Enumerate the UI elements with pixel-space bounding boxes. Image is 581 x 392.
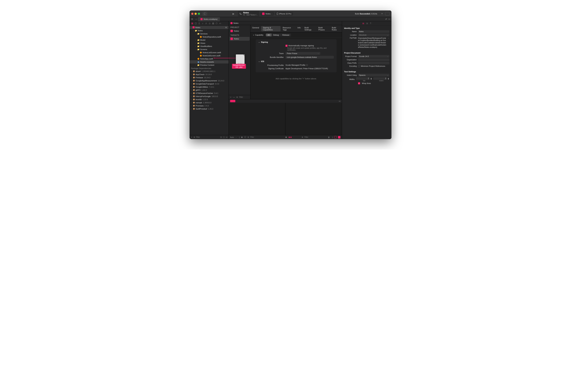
team-select[interactable]: Peter Friese⌄ bbox=[286, 52, 320, 55]
prefix-input[interactable] bbox=[358, 62, 389, 64]
disclosure-icon[interactable]: ⌄ bbox=[258, 41, 260, 43]
project-item[interactable]: Notes bbox=[229, 29, 250, 33]
minimize-checkbox[interactable] bbox=[358, 65, 360, 67]
package-item[interactable]: ›📦GoogleDataTransport9.4.0 bbox=[190, 82, 228, 85]
view-icon[interactable]: ◉ bbox=[241, 136, 243, 138]
tree-item[interactable]: 🔶NotesApp.swift bbox=[190, 57, 228, 60]
history-inspector-icon[interactable]: ◷ bbox=[366, 22, 368, 24]
editor-tab-resource-tags[interactable]: Resource Tags bbox=[281, 26, 295, 31]
toggle-navigator-icon[interactable] bbox=[202, 12, 207, 16]
add-capability-button[interactable]: ＋ Capability bbox=[252, 34, 263, 36]
add-file-button[interactable]: ＋ bbox=[190, 136, 192, 138]
package-item[interactable]: ›📦nanopb2.30910.0 bbox=[190, 101, 228, 104]
nav-forward[interactable]: › bbox=[196, 18, 197, 20]
zoom-window[interactable] bbox=[198, 13, 200, 15]
toggle-inspector-icon[interactable] bbox=[385, 12, 390, 15]
format-select[interactable]: Xcode 14.0⌄ bbox=[358, 55, 389, 58]
package-item[interactable]: ›📦GoogleAppMeasurement10.24.0 bbox=[190, 79, 228, 82]
memory-graph-icon[interactable]: ◉◉ bbox=[288, 136, 292, 138]
editor-tab-signing-capabilities[interactable]: Signing & Capabilities bbox=[261, 26, 280, 31]
toggle-debug-panes-icon[interactable]: ▭ bbox=[339, 100, 340, 102]
add-editor-button[interactable]: ＋ bbox=[381, 12, 384, 15]
tree-item[interactable]: ›📁ViewModifiers bbox=[190, 45, 228, 48]
tree-item[interactable]: ⌄📁Services bbox=[190, 32, 228, 35]
debug-tab[interactable] bbox=[230, 100, 235, 102]
navigator-filter-input[interactable] bbox=[196, 136, 219, 138]
editor-tab-build-settings[interactable]: Build Settings bbox=[303, 26, 316, 31]
breakpoint-navigator-icon[interactable]: ⬠ bbox=[215, 22, 218, 24]
nav-back[interactable]: ‹ bbox=[196, 18, 196, 20]
toggle-console-pane[interactable] bbox=[338, 136, 340, 138]
editor-tab-general[interactable]: General bbox=[250, 26, 261, 31]
location-select[interactable]: Absolute⌄ bbox=[358, 33, 389, 36]
scm-filter-icon[interactable]: ▢ bbox=[223, 136, 225, 138]
close-window[interactable] bbox=[191, 13, 194, 15]
find-navigator-icon[interactable]: ⌕ bbox=[202, 22, 204, 24]
name-input[interactable] bbox=[358, 30, 389, 33]
variables-filter-input[interactable] bbox=[250, 136, 268, 138]
tree-item[interactable]: ⌄📁Notes bbox=[190, 29, 228, 32]
scheme-selector[interactable]: Notes #1 · Add "Notes f… bbox=[238, 11, 259, 16]
package-item[interactable]: ›📦InteropForGoogle100.0.0 bbox=[190, 95, 228, 98]
tab-width-input[interactable] bbox=[356, 77, 370, 80]
project-root[interactable]: ⌄ Notes M bbox=[190, 26, 228, 29]
indent-using-select[interactable]: Spaces⌄ bbox=[358, 74, 389, 76]
org-input[interactable] bbox=[358, 58, 389, 61]
wrap-checkbox[interactable]: ✓ bbox=[358, 82, 360, 84]
test-navigator-icon[interactable]: ◇ bbox=[208, 22, 211, 24]
file-inspector-icon[interactable]: ▤ bbox=[362, 22, 364, 24]
remove-target-button[interactable]: — bbox=[233, 96, 235, 98]
tab-stepper[interactable]: ▲▼ bbox=[370, 77, 372, 80]
package-item[interactable]: ›📦AppCheck10.19.0 bbox=[190, 73, 228, 76]
issue-navigator-icon[interactable]: ⚠ bbox=[205, 22, 207, 24]
swap-icon[interactable]: ⇄ bbox=[385, 18, 387, 20]
tree-item[interactable]: 🔶NoteEditScreen.swift bbox=[190, 54, 228, 57]
config-filter[interactable]: All Debug Release bbox=[266, 33, 291, 36]
package-item[interactable]: ›📦gRPC1.62.2 bbox=[190, 88, 228, 92]
package-item[interactable]: ›📦leveldb1.22.5 bbox=[190, 98, 228, 101]
tree-item[interactable]: ›📁Views bbox=[190, 41, 228, 45]
tree-item[interactable]: ›📁Model bbox=[190, 38, 228, 41]
editor-tab-build-rules[interactable]: Build Rules bbox=[330, 26, 342, 31]
filter-debug[interactable]: Debug bbox=[272, 33, 280, 36]
indent-width-input[interactable] bbox=[373, 77, 387, 80]
toggle-variables-pane[interactable] bbox=[334, 136, 336, 138]
editor-tab-build-phases[interactable]: Build Phases bbox=[316, 26, 330, 31]
package-item[interactable]: ›📦abseil1.2024011601.1 bbox=[190, 70, 228, 73]
outline-icon[interactable]: ▭ bbox=[226, 136, 228, 138]
editor-tab[interactable]: Notes.xcodeproj bbox=[198, 17, 220, 21]
source-control-navigator-icon[interactable]: ▢ bbox=[194, 22, 197, 24]
recent-files-icon[interactable]: ◷ bbox=[220, 136, 222, 138]
indent-stepper[interactable]: ▲▼ bbox=[388, 77, 389, 80]
run-button[interactable]: ▶ bbox=[232, 12, 234, 15]
jump-bar[interactable]: Notes bbox=[229, 21, 342, 25]
info-icon[interactable]: ⓘ bbox=[244, 136, 246, 138]
metrics-icon[interactable]: ◉ bbox=[285, 136, 287, 138]
help-inspector-icon[interactable]: ? bbox=[370, 22, 371, 24]
tree-item[interactable]: ⌄📁Screens bbox=[190, 48, 228, 51]
minimize-window[interactable] bbox=[194, 13, 197, 15]
active-scheme[interactable]: Notes › bbox=[260, 12, 274, 16]
project-navigator-icon[interactable]: ▦ bbox=[191, 22, 194, 24]
filter-scope-icon[interactable]: ⊜ bbox=[194, 136, 195, 138]
tree-item[interactable]: 🔶NotesListScreen.swift bbox=[190, 51, 228, 54]
auto-manage-checkbox[interactable]: ✓ bbox=[286, 45, 288, 47]
tree-item[interactable]: 🔶NotesRepository.swift bbox=[190, 35, 228, 38]
package-item[interactable]: ›📦Promises2.4.0 bbox=[190, 104, 228, 107]
add-target-button[interactable]: ＋ bbox=[230, 96, 232, 98]
editor-tab-info[interactable]: Info bbox=[296, 26, 302, 31]
disclosure-icon[interactable]: ⌄ bbox=[258, 60, 260, 62]
filter-all[interactable]: All bbox=[266, 33, 271, 36]
bundle-id-input[interactable]: com.google.firebase.codelab.Notes bbox=[286, 56, 334, 59]
related-items-icon[interactable]: ⊞ bbox=[190, 18, 194, 20]
report-navigator-icon[interactable]: ▭ bbox=[219, 22, 221, 24]
console-filter-input[interactable] bbox=[304, 136, 326, 138]
run-destination[interactable]: iPhone 15 Pro bbox=[275, 12, 293, 15]
package-item[interactable]: ›📦SwiftProtobuf1.26.0 bbox=[190, 107, 228, 110]
package-item[interactable]: ›📦Firebase10.24.0 bbox=[190, 76, 228, 79]
package-item[interactable]: ›📦GoogleUtilities7.13.1 bbox=[190, 85, 228, 88]
target-item[interactable]: Notes bbox=[230, 37, 250, 41]
auto-label[interactable]: Auto bbox=[230, 136, 234, 138]
bookmark-navigator-icon[interactable]: ▯ bbox=[198, 22, 200, 24]
tree-item[interactable]: ▦Assets.xcassets bbox=[190, 60, 228, 63]
